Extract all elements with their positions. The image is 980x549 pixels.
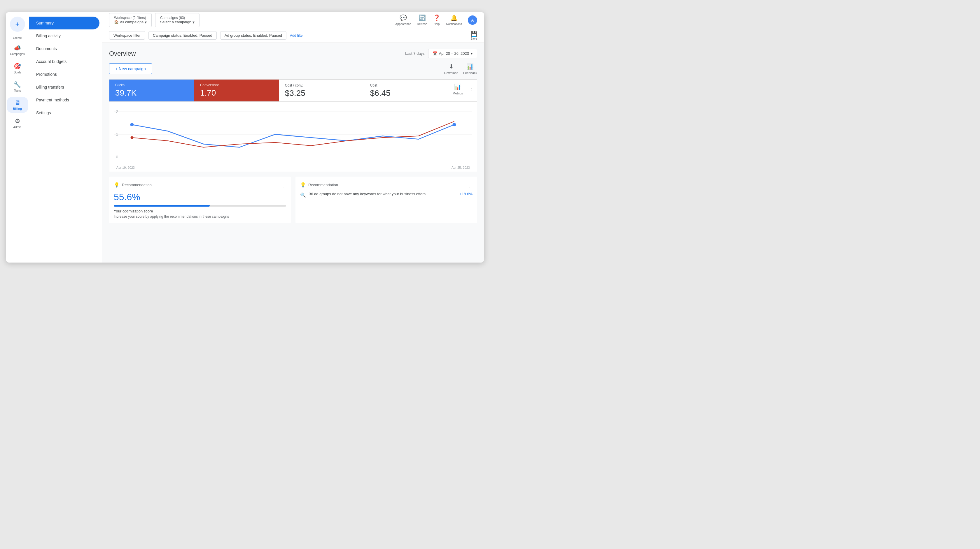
campaign-status-chip[interactable]: Campaign status: Enabled, Paused [148,31,217,40]
notifications-action[interactable]: 🔔 Notifications [446,14,462,25]
help-label: Help [434,22,440,25]
svg-point-6 [130,123,134,126]
action-icons: ⬇ Download 📊 Feedback [444,63,477,75]
workspace-filter-label: Workspace filter [113,33,141,38]
metrics-more-button[interactable]: ⋮ [466,79,477,102]
header-left: Workspace (2 filters) 🏠 All campaigns ▾ … [109,13,199,27]
sidebar-nav: + Create 📣 Campaigns 🎯 Goals 🔧 Tools 🖥 B… [6,12,29,263]
campaigns-dropdown[interactable]: Campaigns (63) Select a campaign ▾ [155,13,199,27]
optimization-title: Your optimization score [114,209,286,213]
help-action[interactable]: ❓ Help [433,14,441,25]
feedback-button[interactable]: 📊 Feedback [463,63,477,75]
optimization-progress-bar [114,205,286,206]
campaigns-dropdown-content: Campaigns (63) Select a campaign ▾ [160,16,194,24]
sidebar-item-label-tools: Tools [14,89,21,92]
rec-more-2[interactable]: ⋮ [467,181,473,188]
billing-menu-account-budgets[interactable]: Account budgets [29,55,99,68]
campaigns-sublabel-text: Select a campaign [160,20,191,24]
billing-icon: 🖥 [14,99,21,106]
date-picker[interactable]: 📅 Apr 20 – 26, 2023 ▾ [428,49,477,58]
svg-point-8 [130,136,133,139]
metric-card-conversions: Conversions 1.70 [194,79,279,102]
rec-label-1: Recommendation [122,183,152,187]
billing-menu-settings[interactable]: Settings [29,106,99,119]
workspace-dropdown[interactable]: Workspace (2 filters) 🏠 All campaigns ▾ [109,13,152,27]
billing-menu-documents[interactable]: Documents [29,42,99,55]
svg-point-7 [452,123,456,126]
recommendation-card-keywords: 💡 Recommendation ⋮ 🔍 36 ad groups do not… [296,176,477,223]
rec-suggestion-text: 36 ad groups do not have any keywords fo… [309,192,457,196]
campaigns-chevron-icon: ▾ [192,20,194,24]
rec-header-2: 💡 Recommendation ⋮ [300,181,473,188]
workspace-filter-chip[interactable]: Workspace filter [109,31,145,40]
rec-more-1[interactable]: ⋮ [280,181,286,188]
save-icon: 💾 [471,30,477,37]
rec-title-row-2: 💡 Recommendation [300,182,338,188]
overview-area: Overview Last 7 days 📅 Apr 20 – 26, 2023… [102,43,484,263]
optimization-description: Increase your score by applying the reco… [114,214,286,219]
campaigns-icon: 📣 [14,44,21,51]
ad-group-status-label: Ad group status: Enabled, Paused [224,33,282,38]
feedback-icon: 📊 [466,63,474,70]
sidebar-item-label-goals: Goals [13,71,21,74]
chart-wrapper: 2 1 0 Apr 19, 2023 Apr 25, 2023 [109,102,477,172]
cost-conv-label: Cost / conv. [285,83,358,87]
sidebar-item-label-billing: Billing [13,107,22,110]
billing-menu-summary[interactable]: Summary [29,17,99,29]
plus-icon: + [15,20,19,28]
lightbulb-icon-2: 💡 [300,182,306,188]
notifications-label: Notifications [446,22,462,25]
svg-text:0: 0 [116,155,118,159]
metric-card-cost-conv: Cost / conv. $3.25 [279,79,364,102]
ad-group-status-chip[interactable]: Ad group status: Enabled, Paused [220,31,286,40]
workspace-dropdown-content: Workspace (2 filters) 🏠 All campaigns ▾ [114,16,147,24]
header-right: 💬 Appearance 🔄 Refresh ❓ Help 🔔 Notifica… [396,14,477,25]
save-button[interactable]: 💾 Save [471,30,477,40]
metrics-cards-wrapper: Clicks 39.7K Conversions 1.70 Cost / con… [109,79,477,102]
create-button[interactable]: + [10,17,25,32]
sidebar-item-billing[interactable]: 🖥 Billing [7,97,28,113]
action-bar: + New campaign ⬇ Download 📊 Feedback [109,63,477,75]
workspace-sublabel-text: All campaigns [120,20,143,24]
billing-menu-promotions[interactable]: Promotions [29,68,99,81]
sidebar-item-label-campaigns: Campaigns [10,52,25,56]
rec-header-1: 💡 Recommendation ⋮ [114,181,286,188]
optimization-progress-fill [114,205,210,206]
recommendation-card-optimization: 💡 Recommendation ⋮ 55.6% Your optimizati… [109,176,291,223]
campaign-status-label: Campaign status: Enabled, Paused [153,33,212,38]
create-label: Create [13,36,22,40]
appearance-action[interactable]: 💬 Appearance [396,14,411,25]
sidebar-item-admin[interactable]: ⚙ Admin [7,115,28,131]
refresh-action[interactable]: 🔄 Refresh [417,14,427,25]
workspace-label: Workspace (2 filters) [114,16,147,20]
billing-menu-billing-transfers[interactable]: Billing transfers [29,81,99,94]
sidebar-item-tools[interactable]: 🔧 Tools [7,79,28,95]
campaigns-label: Campaigns (63) [160,16,194,20]
download-button[interactable]: ⬇ Download [444,63,458,75]
add-filter-button[interactable]: Add filter [290,33,304,38]
user-avatar[interactable]: A [468,16,477,25]
overview-header: Overview Last 7 days 📅 Apr 20 – 26, 2023… [109,49,477,58]
top-header: Workspace (2 filters) 🏠 All campaigns ▾ … [102,12,484,28]
new-campaign-button[interactable]: + New campaign [109,63,152,74]
sidebar-item-campaigns[interactable]: 📣 Campaigns [7,42,28,58]
billing-menu-payment-methods[interactable]: Payment methods [29,94,99,106]
feedback-label: Feedback [463,71,477,75]
workspace-sublabel: 🏠 [114,20,119,24]
sidebar-item-goals[interactable]: 🎯 Goals [7,60,28,76]
chart-x-labels: Apr 19, 2023 Apr 25, 2023 [114,166,472,169]
conversions-value: 1.70 [200,88,273,98]
chart-svg: 2 1 0 [114,105,472,163]
cost-label: Cost [370,83,443,87]
rec-title-row-1: 💡 Recommendation [114,182,152,188]
metrics-icon: 📊 [454,83,461,90]
billing-panel: Summary Billing activity Documents Accou… [29,12,102,263]
metric-card-clicks: Clicks 39.7K [110,79,194,102]
metrics-button[interactable]: 📊 Metrics [449,79,466,102]
billing-menu-billing-activity[interactable]: Billing activity [29,29,99,42]
cost-conv-value: $3.25 [285,89,358,98]
metric-card-cost: Cost $6.45 [364,79,449,102]
download-icon: ⬇ [449,63,454,70]
rec-boost: +18.6% [460,192,473,196]
refresh-icon: 🔄 [418,14,426,21]
